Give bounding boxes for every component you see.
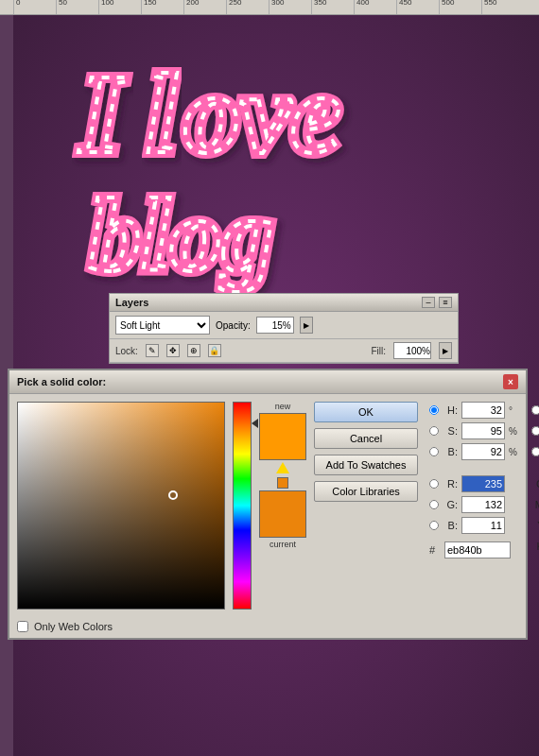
ruler-tick: 200 <box>183 0 226 14</box>
blend-mode-select[interactable]: Soft Light <box>115 316 210 335</box>
ok-button[interactable]: OK <box>314 402 418 422</box>
layers-titlebar: Layers – ≡ <box>110 294 458 312</box>
picker-cursor <box>168 490 178 500</box>
ruler-tick: 50 <box>56 0 98 14</box>
fill-label: Fill: <box>371 346 386 356</box>
ruler-tick: 500 <box>439 0 481 14</box>
color-picker-title: Pick a solid color: <box>17 376 106 387</box>
hue-slider-container <box>233 402 252 610</box>
ruler-tick: 550 <box>481 0 524 14</box>
b2-field-row: B: <box>429 517 520 534</box>
shield-icon[interactable]: 🔒 <box>208 344 221 357</box>
ruler-tick: 400 <box>354 0 396 14</box>
color-libraries-button[interactable]: Color Libraries <box>314 481 418 502</box>
hex-row: # <box>429 541 520 558</box>
ruler-tick: 150 <box>141 0 183 14</box>
r-label: R: <box>443 478 458 490</box>
color-fields: H: ° S: % B: % R: <box>426 402 520 610</box>
b2-label: B: <box>443 520 458 531</box>
h-unit: ° <box>509 405 520 416</box>
ruler-tick: 450 <box>396 0 439 14</box>
g-label: G: <box>443 499 458 510</box>
b3-radio[interactable] <box>531 447 539 456</box>
a-field-row: a: <box>531 422 539 439</box>
m-field-row: M: % <box>531 496 539 513</box>
web-colors-checkbox[interactable] <box>17 621 28 632</box>
fields-divider <box>429 464 520 472</box>
warning-icon <box>276 462 289 473</box>
color-picker-dialog: Pick a solid color: × new current <box>8 369 528 640</box>
warning-small-square[interactable] <box>277 477 288 489</box>
fill-input[interactable] <box>393 342 431 359</box>
color-preview: new current <box>259 402 306 610</box>
g-radio[interactable] <box>429 500 439 509</box>
r-radio[interactable] <box>429 479 439 489</box>
lock-icon[interactable]: ✎ <box>146 344 159 357</box>
r-field-row: R: <box>429 475 520 492</box>
h-field-row: H: ° <box>429 402 520 419</box>
position-icon[interactable]: ⊕ <box>187 344 200 357</box>
g-input[interactable] <box>461 496 505 513</box>
b-input[interactable] <box>461 443 505 460</box>
candy-word-blog-stripe: blog <box>89 178 274 293</box>
l-radio[interactable] <box>531 405 539 415</box>
s-radio[interactable] <box>429 426 439 436</box>
color-gradient-picker[interactable] <box>17 402 225 610</box>
ruler-top: 0 50 100 150 200 250 300 350 400 450 500… <box>0 0 539 15</box>
b-field-row: B: % <box>429 443 520 460</box>
b-unit: % <box>509 447 520 457</box>
s-input[interactable] <box>461 422 505 439</box>
candy-letter-i-stripe: I <box>78 51 128 177</box>
color-current-swatch[interactable] <box>259 490 306 538</box>
color-picker-close-button[interactable]: × <box>503 374 518 389</box>
opacity-arrow[interactable]: ▶ <box>300 317 313 334</box>
b2-radio[interactable] <box>429 521 439 530</box>
opacity-label: Opacity: <box>216 320 251 331</box>
h-input[interactable] <box>461 402 505 419</box>
b-label: B: <box>443 446 458 457</box>
y-label: Y: <box>531 520 539 531</box>
layers-controls: Soft Light Opacity: ▶ <box>110 312 458 339</box>
layers-title-left: Layers <box>115 297 148 308</box>
hex-input[interactable] <box>444 541 511 558</box>
b3-field-row: b: <box>531 443 539 460</box>
a-radio[interactable] <box>531 426 539 436</box>
hue-slider-arrow <box>252 419 258 428</box>
h-radio[interactable] <box>429 405 439 415</box>
layers-panel: Layers – ≡ Soft Light Opacity: ▶ Lock: ✎… <box>109 293 459 364</box>
k-field-row: K: % <box>531 538 539 555</box>
picker-buttons: OK Cancel Add To Swatches Color Librarie… <box>314 402 418 610</box>
lock-label: Lock: <box>115 346 138 356</box>
color-new-swatch[interactable] <box>259 413 306 460</box>
layers-title-right: – ≡ <box>422 297 452 308</box>
s-field-row: S: % <box>429 422 520 439</box>
lab-cmyk-fields: L: a: b: C: % M: <box>528 402 539 610</box>
color-new-label: new <box>275 402 291 411</box>
ruler-tick: 100 <box>98 0 141 14</box>
move-icon[interactable]: ✥ <box>166 344 180 357</box>
layers-menu-button[interactable]: ≡ <box>439 297 452 308</box>
s-unit: % <box>509 426 520 437</box>
c-label: C: <box>531 478 539 490</box>
add-to-swatches-button[interactable]: Add To Swatches <box>314 455 418 475</box>
ruler-tick: 0 <box>13 0 56 14</box>
s-label: S: <box>443 425 458 437</box>
cancel-button[interactable]: Cancel <box>314 428 418 449</box>
web-colors-label: Only Web Colors <box>34 621 113 632</box>
b2-input[interactable] <box>461 517 505 534</box>
hue-slider[interactable] <box>233 402 252 610</box>
opacity-input[interactable] <box>256 317 294 334</box>
ruler-tick: 250 <box>226 0 269 14</box>
h-label: H: <box>443 404 458 416</box>
layers-title: Layers <box>115 297 148 308</box>
layers-minimize-button[interactable]: – <box>422 297 435 308</box>
candy-word-love-stripe: ove <box>183 51 341 177</box>
candy-text-image: I I l l ove ove blog blog <box>32 29 514 303</box>
fill-arrow[interactable]: ▶ <box>439 342 452 359</box>
color-picker-body: new current OK Cancel Add To Swatches Co… <box>9 394 526 617</box>
b-radio[interactable] <box>429 447 439 456</box>
candy-letter-l-stripe: l <box>146 51 178 177</box>
r-input[interactable] <box>461 475 505 492</box>
k-label: K: <box>531 541 539 552</box>
y-field-row: Y: % <box>531 517 539 534</box>
